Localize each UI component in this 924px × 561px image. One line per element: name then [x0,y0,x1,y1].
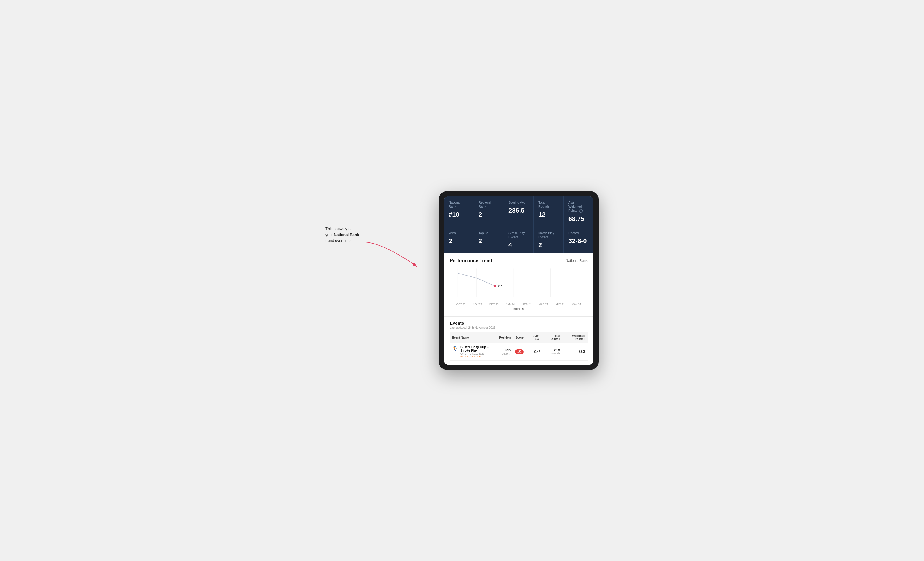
event-name-cell: 🏌 Buster Cozy Cup – Stroke Play Oct 9 – … [450,343,497,361]
performance-trend-section: Performance Trend National Rank [444,253,593,316]
x-label-mar24: MAR 24 [535,303,552,306]
event-sg: 0.45 [526,343,543,361]
stat-top3s: Top 3s 2 [474,227,504,253]
info-icon-weighted-pts[interactable]: i [584,337,585,341]
stat-record: Record 32-8-0 [564,227,593,253]
events-section: Events Last updated: 24th November 2023 … [444,316,593,365]
stat-scoring-avg: Scoring Avg. 286.5 [504,196,534,227]
events-last-updated: Last updated: 24th November 2023 [450,326,588,329]
events-table: Event Name Position Score Event SG i Tot… [450,332,588,361]
table-row: 🏌 Buster Cozy Cup – Stroke Play Oct 9 – … [450,343,588,361]
event-total-points: 28.3 3 Rounds [543,343,562,361]
x-label-may24: MAY 24 [568,303,585,306]
event-name: Buster Cozy Cup – Stroke Play [460,345,495,352]
event-weighted-points: 28.3 [562,343,588,361]
chart-x-axis-title: Months [450,307,588,310]
annotation-line2-bold: National Rank [334,233,359,237]
annotation-arrow [359,239,429,274]
stat-total-rounds: TotalRounds 12 [534,196,563,227]
annotation-text: This shows you your National Rank trend … [326,191,384,244]
col-event-name: Event Name [450,332,497,343]
stat-match-play-events: Match PlayEvents 2 [534,227,563,253]
events-table-header-row: Event Name Position Score Event SG i Tot… [450,332,588,343]
col-position: Position [497,332,513,343]
score-badge: -22 [515,349,523,354]
event-icon: 🏌 [452,346,458,352]
x-label-feb24: FEB 24 [519,303,535,306]
chart-rank-label: #10 [498,284,502,288]
col-weighted-points: Weighted Points i [562,332,588,343]
stat-avg-weighted-points: Avg. Weighted Points i 68.75 [564,196,593,227]
rank-impact-arrow: ▼ [478,355,481,358]
col-total-points: Total Points i [543,332,562,343]
events-title: Events [450,320,588,326]
stat-regional-rank: RegionalRank 2 [474,196,504,227]
event-score: -22 [513,343,526,361]
event-date: Oct 9 – Oct 10, 2023 [460,352,495,355]
stat-stroke-play-events: Stroke PlayEvents 4 [504,227,534,253]
annotation-line1: This shows you [326,226,352,231]
stat-wins: Wins 2 [444,227,474,253]
perf-title: Performance Trend [450,258,492,263]
performance-chart: #10 [450,267,588,302]
event-position: 6th out of 7 [497,343,513,361]
col-event-sg: Event SG i [526,332,543,343]
events-table-body: 🏌 Buster Cozy Cup – Stroke Play Oct 9 – … [450,343,588,361]
tablet-screen: NationalRank #10 RegionalRank 2 Scoring … [444,196,593,365]
stats-row-2: Wins 2 Top 3s 2 Stroke PlayEvents 4 Matc… [444,227,593,253]
info-icon-avg-weighted[interactable]: i [579,209,583,212]
x-label-oct23: OCT 23 [453,303,469,306]
perf-header: Performance Trend National Rank [450,258,588,263]
info-icon-total-pts[interactable]: i [560,337,560,341]
col-score: Score [513,332,526,343]
info-icon-event-sg[interactable]: i [540,337,540,341]
x-label-apr24: APR 24 [552,303,568,306]
tablet: NationalRank #10 RegionalRank 2 Scoring … [439,191,598,370]
chart-x-labels: OCT 23 NOV 23 DEC 23 JAN 24 FEB 24 MAR 2… [450,303,588,306]
stat-national-rank: NationalRank #10 [444,196,474,227]
annotation-line3: trend over time [326,238,351,243]
perf-chart-label: National Rank [566,259,588,263]
event-rank-impact: Rank Impact: 3 ▼ [460,355,495,358]
stats-row-1: NationalRank #10 RegionalRank 2 Scoring … [444,196,593,227]
x-label-dec23: DEC 23 [486,303,502,306]
annotation-line2-prefix: your [326,233,334,237]
x-label-nov23: NOV 23 [469,303,486,306]
chart-current-dot [494,284,496,287]
chart-svg: #10 [450,267,588,302]
x-label-jan24: JAN 24 [502,303,519,306]
